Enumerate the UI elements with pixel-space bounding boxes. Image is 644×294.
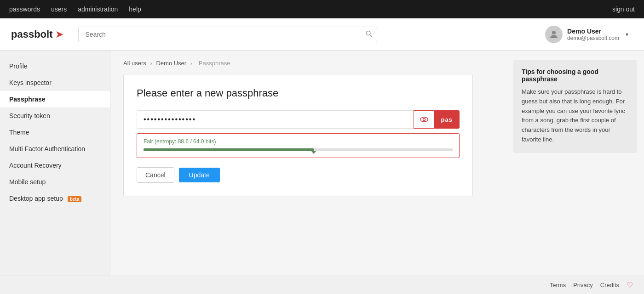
sidebar-item-profile[interactable]: Profile	[0, 58, 110, 74]
sidebar-item-account-recovery[interactable]: Account Recovery	[0, 157, 110, 174]
header: passbolt ➤ Demo User demo@passbolt.com ▾	[0, 18, 644, 51]
user-name: Demo User	[567, 28, 619, 35]
heart-icon: ♡	[627, 281, 633, 289]
nav-administration[interactable]: administration	[78, 6, 118, 13]
form-actions: Cancel Update	[137, 167, 460, 183]
toggle-visibility-button[interactable]	[414, 110, 434, 129]
cancel-button[interactable]: Cancel	[137, 167, 174, 183]
passphrase-form-card: Please enter a new passphrase pas Fair (…	[123, 74, 473, 196]
chevron-down-icon: ▾	[626, 31, 628, 38]
footer-credits[interactable]: Credits	[600, 282, 619, 288]
avatar	[545, 26, 563, 43]
breadcrumb-demo-user[interactable]: Demo User	[156, 60, 186, 67]
update-button[interactable]: Update	[179, 168, 220, 182]
breadcrumb-sep-2: ›	[190, 60, 194, 67]
beta-badge: beta	[68, 196, 82, 202]
footer: Terms Privacy Credits ♡	[0, 276, 644, 294]
sign-out-link[interactable]: sign out	[612, 6, 635, 13]
form-title: Please enter a new passphrase	[137, 87, 460, 99]
search-icon	[365, 30, 373, 39]
tips-card: Tips for choosing a good passphrase Make…	[513, 60, 637, 153]
breadcrumb-passphrase: Passphrase	[199, 60, 230, 67]
entropy-label: Fair (entropy: 88.6 / 64.0 bits)	[144, 138, 453, 145]
user-menu[interactable]: Demo User demo@passbolt.com ▾	[540, 22, 633, 47]
breadcrumb-all-users[interactable]: All users	[123, 60, 146, 67]
tips-title: Tips for choosing a good passphrase	[522, 68, 628, 83]
main-panel: All users › Demo User › Passphrase Pleas…	[110, 51, 506, 276]
passphrase-input[interactable]	[137, 110, 414, 129]
user-details: Demo User demo@passbolt.com	[567, 28, 619, 41]
svg-point-3	[420, 117, 428, 122]
entropy-pointer	[311, 151, 316, 154]
nav-help[interactable]: help	[129, 6, 141, 13]
logo: passbolt ➤	[11, 28, 63, 40]
top-nav-links: passwords users administration help	[9, 6, 141, 13]
svg-point-4	[423, 119, 425, 121]
nav-passwords[interactable]: passwords	[9, 6, 40, 13]
logo-arrow-icon: ➤	[55, 28, 63, 40]
breadcrumb-sep-1: ›	[150, 60, 154, 67]
passphrase-input-row: pas	[137, 110, 460, 129]
entropy-bar-fill	[144, 148, 314, 151]
footer-privacy[interactable]: Privacy	[573, 282, 593, 288]
search-bar	[78, 27, 377, 42]
sidebar-item-theme[interactable]: Theme	[0, 124, 110, 141]
tips-panel: Tips for choosing a good passphrase Make…	[506, 51, 644, 276]
sidebar-item-mfa[interactable]: Multi Factor Authentication	[0, 141, 110, 157]
sidebar-item-mobile-setup[interactable]: Mobile setup	[0, 174, 110, 190]
sidebar-item-passphrase[interactable]: Passphrase	[0, 91, 110, 107]
breadcrumb: All users › Demo User › Passphrase	[123, 60, 493, 67]
svg-point-2	[552, 31, 556, 34]
svg-line-1	[370, 34, 372, 36]
user-email: demo@passbolt.com	[567, 35, 619, 41]
entropy-section: Fair (entropy: 88.6 / 64.0 bits)	[137, 133, 460, 158]
nav-users[interactable]: users	[51, 6, 67, 13]
entropy-bar-track	[144, 148, 453, 151]
top-nav: passwords users administration help sign…	[0, 0, 644, 18]
sidebar-item-keys-inspector[interactable]: Keys inspector	[0, 74, 110, 91]
search-input[interactable]	[78, 27, 377, 42]
footer-terms[interactable]: Terms	[550, 282, 566, 288]
complexity-button[interactable]: pas	[434, 110, 460, 129]
tips-text: Make sure your passphrase is hard to gue…	[522, 87, 628, 145]
sidebar-item-desktop-app-setup[interactable]: Desktop app setup beta	[0, 190, 110, 207]
sidebar-item-security-token[interactable]: Security token	[0, 107, 110, 124]
sidebar: Profile Keys inspector Passphrase Securi…	[0, 51, 110, 276]
content-area: Profile Keys inspector Passphrase Securi…	[0, 51, 644, 276]
logo-text: passbolt	[11, 28, 52, 40]
